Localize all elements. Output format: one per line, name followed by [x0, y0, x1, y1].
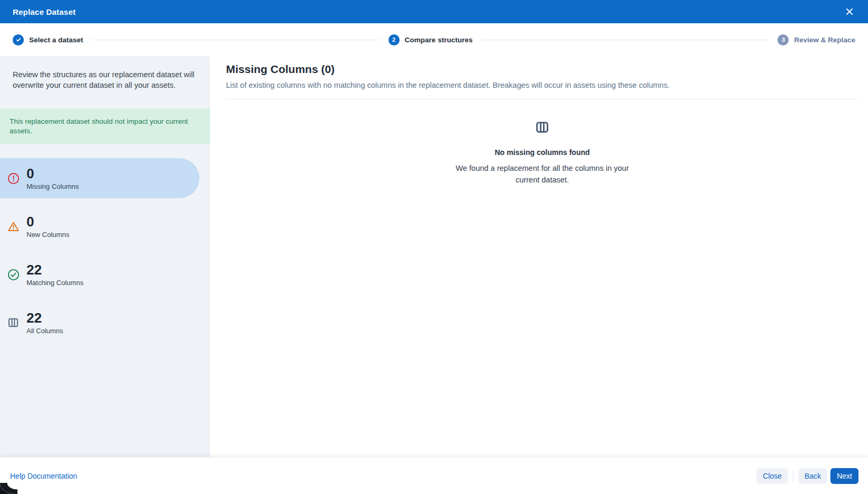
empty-state-title: No missing columns found — [226, 148, 858, 157]
sidebar-item-new-columns[interactable]: 0 New Columns — [0, 206, 200, 246]
sidebar-item-list: 0 Missing Columns 0 New Column — [0, 158, 210, 343]
item-count: 0 — [26, 214, 69, 230]
item-label: All Columns — [26, 327, 63, 335]
modal-footer: Help Documentation Close Back Next — [0, 457, 868, 494]
empty-state: No missing columns found We found a repl… — [226, 120, 858, 186]
modal-titlebar: Replace Dataset — [0, 0, 868, 23]
close-icon — [846, 8, 853, 15]
wizard-stepper: Select a dataset 2 Compare structures 3 … — [0, 23, 868, 56]
next-button[interactable]: Next — [830, 468, 858, 484]
button-separator — [793, 470, 793, 482]
item-label: Missing Columns — [26, 182, 79, 190]
step-done-check-icon — [13, 34, 24, 45]
item-count: 22 — [26, 262, 84, 278]
item-count: 0 — [26, 166, 79, 181]
empty-state-description: We found a replacement for all the colum… — [447, 163, 638, 186]
check-circle-icon — [7, 268, 20, 281]
item-count: 22 — [26, 310, 63, 326]
columns-icon — [535, 120, 549, 134]
step-label: Compare structures — [405, 36, 473, 44]
item-label: Matching Columns — [26, 279, 84, 287]
step-compare-structures[interactable]: 2 Compare structures — [388, 34, 473, 45]
footer-actions: Close Back Next — [756, 468, 858, 484]
close-button[interactable] — [844, 6, 855, 17]
panel-subtitle: List of existing columns with no matchin… — [226, 81, 858, 89]
comparison-sidebar: Review the structures as our replacement… — [0, 56, 210, 457]
sidebar-item-matching-columns[interactable]: 22 Matching Columns — [0, 254, 200, 295]
back-button[interactable]: Back — [798, 468, 827, 484]
sidebar-item-missing-columns[interactable]: 0 Missing Columns — [0, 158, 200, 198]
step-number-badge: 2 — [388, 34, 400, 45]
alert-circle-icon — [7, 172, 20, 185]
step-label: Select a dataset — [29, 36, 83, 44]
help-documentation-link[interactable]: Help Documentation — [10, 472, 77, 480]
success-alert: This replacement dataset should not impa… — [0, 108, 210, 144]
step-review-replace[interactable]: 3 Review & Replace — [777, 34, 855, 45]
columns-icon — [7, 316, 20, 329]
step-number-badge: 3 — [777, 34, 789, 45]
sidebar-item-all-columns[interactable]: 22 All Columns — [0, 303, 200, 343]
step-select-dataset[interactable]: Select a dataset — [13, 34, 83, 45]
stepper-connector — [92, 40, 380, 40]
stepper-connector — [481, 40, 770, 40]
missing-columns-panel: Missing Columns (0) List of existing col… — [210, 56, 868, 457]
step-label: Review & Replace — [794, 36, 855, 44]
warning-triangle-icon — [7, 220, 20, 233]
item-label: New Columns — [26, 231, 69, 239]
replace-dataset-modal: Replace Dataset Select a dataset 2 Compa… — [0, 0, 868, 494]
panel-title: Missing Columns (0) — [226, 62, 858, 76]
panel-divider — [226, 99, 858, 99]
close-button-footer[interactable]: Close — [756, 468, 788, 484]
sidebar-intro-text: Review the structures as our replacement… — [13, 69, 197, 91]
modal-body: Review the structures as our replacement… — [0, 56, 868, 457]
modal-title: Replace Dataset — [13, 7, 76, 16]
